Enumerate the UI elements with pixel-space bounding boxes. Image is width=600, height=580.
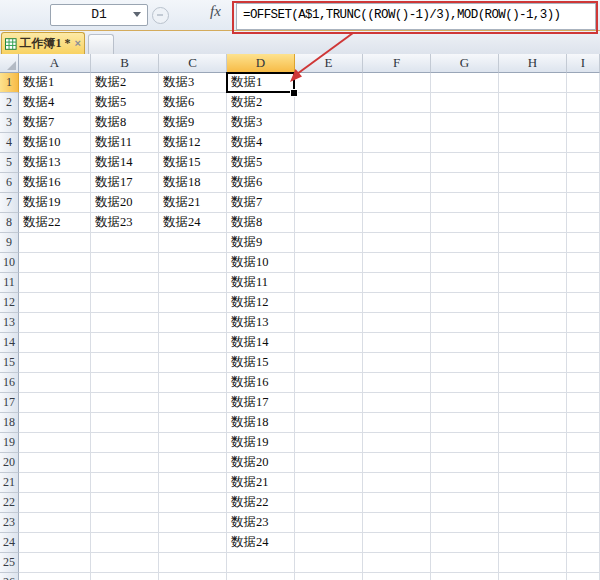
cell-D22[interactable]: 数据22 [227, 493, 295, 513]
cell-H13[interactable] [499, 313, 567, 333]
cell-A20[interactable] [19, 453, 91, 473]
cell-D25[interactable] [227, 553, 295, 573]
cell-F16[interactable] [363, 373, 431, 393]
cell-F13[interactable] [363, 313, 431, 333]
cell-H9[interactable] [499, 233, 567, 253]
cell-G13[interactable] [431, 313, 499, 333]
column-header-G[interactable]: G [431, 54, 499, 73]
cell-D6[interactable]: 数据6 [227, 173, 295, 193]
row-header-19[interactable]: 19 [0, 433, 19, 453]
row-header-5[interactable]: 5 [0, 153, 19, 173]
cell-B7[interactable]: 数据20 [91, 193, 159, 213]
cell-F20[interactable] [363, 453, 431, 473]
cell-D15[interactable]: 数据15 [227, 353, 295, 373]
cell-I26[interactable] [567, 573, 600, 580]
cell-F22[interactable] [363, 493, 431, 513]
cell-H19[interactable] [499, 433, 567, 453]
tab-workbook1[interactable]: 工作簿1 * × [1, 32, 85, 54]
cell-I18[interactable] [567, 413, 600, 433]
cell-H12[interactable] [499, 293, 567, 313]
row-header-1[interactable]: 1 [0, 73, 19, 93]
cell-H17[interactable] [499, 393, 567, 413]
cell-A15[interactable] [19, 353, 91, 373]
row-header-18[interactable]: 18 [0, 413, 19, 433]
cell-D8[interactable]: 数据8 [227, 213, 295, 233]
cell-F8[interactable] [363, 213, 431, 233]
cell-I19[interactable] [567, 433, 600, 453]
cell-I21[interactable] [567, 473, 600, 493]
cell-C20[interactable] [159, 453, 227, 473]
cell-E21[interactable] [295, 473, 363, 493]
cell-D10[interactable]: 数据10 [227, 253, 295, 273]
cell-G24[interactable] [431, 533, 499, 553]
cell-G16[interactable] [431, 373, 499, 393]
cell-E18[interactable] [295, 413, 363, 433]
cell-E7[interactable] [295, 193, 363, 213]
cell-B5[interactable]: 数据14 [91, 153, 159, 173]
cell-H5[interactable] [499, 153, 567, 173]
cell-H4[interactable] [499, 133, 567, 153]
cell-H15[interactable] [499, 353, 567, 373]
cell-D16[interactable]: 数据16 [227, 373, 295, 393]
cell-F7[interactable] [363, 193, 431, 213]
cell-B19[interactable] [91, 433, 159, 453]
cell-I7[interactable] [567, 193, 600, 213]
cell-F3[interactable] [363, 113, 431, 133]
cell-D4[interactable]: 数据4 [227, 133, 295, 153]
cell-C11[interactable] [159, 273, 227, 293]
cell-C6[interactable]: 数据18 [159, 173, 227, 193]
cell-D7[interactable]: 数据7 [227, 193, 295, 213]
cell-A4[interactable]: 数据10 [19, 133, 91, 153]
cell-B24[interactable] [91, 533, 159, 553]
cell-B6[interactable]: 数据17 [91, 173, 159, 193]
row-header-11[interactable]: 11 [0, 273, 19, 293]
cell-D2[interactable]: 数据2 [227, 93, 295, 113]
cell-D1[interactable]: 数据1 [227, 73, 295, 93]
cell-H22[interactable] [499, 493, 567, 513]
cell-C26[interactable] [159, 573, 227, 580]
cell-B4[interactable]: 数据11 [91, 133, 159, 153]
row-header-15[interactable]: 15 [0, 353, 19, 373]
cell-F10[interactable] [363, 253, 431, 273]
tab-new-stub[interactable] [88, 34, 114, 55]
cell-D18[interactable]: 数据18 [227, 413, 295, 433]
cell-C7[interactable]: 数据21 [159, 193, 227, 213]
cell-H11[interactable] [499, 273, 567, 293]
cell-I3[interactable] [567, 113, 600, 133]
cell-E14[interactable] [295, 333, 363, 353]
row-header-3[interactable]: 3 [0, 113, 19, 133]
cell-C12[interactable] [159, 293, 227, 313]
cell-A8[interactable]: 数据22 [19, 213, 91, 233]
cell-H18[interactable] [499, 413, 567, 433]
column-header-B[interactable]: B [91, 54, 159, 73]
cell-D26[interactable] [227, 573, 295, 580]
cell-F6[interactable] [363, 173, 431, 193]
cell-C14[interactable] [159, 333, 227, 353]
cell-A14[interactable] [19, 333, 91, 353]
cell-B11[interactable] [91, 273, 159, 293]
cell-C17[interactable] [159, 393, 227, 413]
cell-C5[interactable]: 数据15 [159, 153, 227, 173]
cell-A23[interactable] [19, 513, 91, 533]
cell-C19[interactable] [159, 433, 227, 453]
row-header-2[interactable]: 2 [0, 93, 19, 113]
cell-B21[interactable] [91, 473, 159, 493]
insert-function-icon[interactable]: fx [210, 3, 221, 20]
row-header-16[interactable]: 16 [0, 373, 19, 393]
cell-I16[interactable] [567, 373, 600, 393]
cell-D19[interactable]: 数据19 [227, 433, 295, 453]
column-header-I[interactable]: I [567, 54, 600, 73]
row-header-12[interactable]: 12 [0, 293, 19, 313]
cell-I1[interactable] [567, 73, 600, 93]
cell-B3[interactable]: 数据8 [91, 113, 159, 133]
row-header-24[interactable]: 24 [0, 533, 19, 553]
cell-A7[interactable]: 数据19 [19, 193, 91, 213]
cell-G9[interactable] [431, 233, 499, 253]
cell-F4[interactable] [363, 133, 431, 153]
cell-E13[interactable] [295, 313, 363, 333]
cell-H25[interactable] [499, 553, 567, 573]
cell-F14[interactable] [363, 333, 431, 353]
cell-A24[interactable] [19, 533, 91, 553]
cell-H16[interactable] [499, 373, 567, 393]
cell-C22[interactable] [159, 493, 227, 513]
